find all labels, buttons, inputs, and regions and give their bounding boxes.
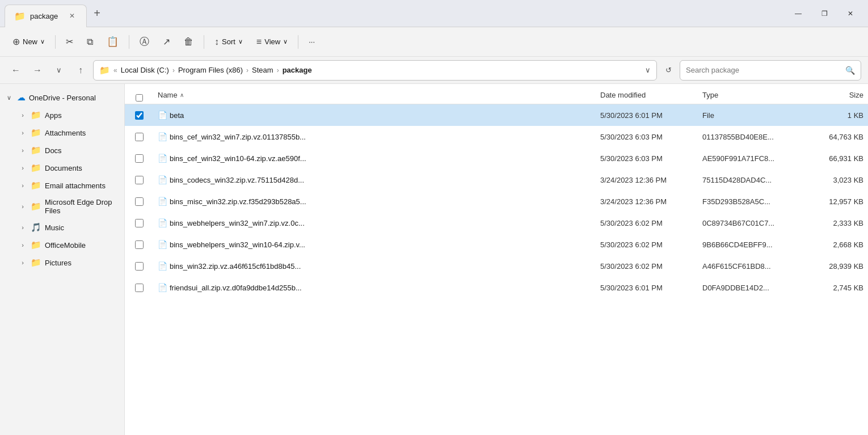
file-type-7: A46F615CF61BD8... <box>698 260 800 273</box>
share-icon: ↗ <box>163 36 170 47</box>
address-bar[interactable]: 📁 « Local Disk (C:) › Program Files (x86… <box>93 60 657 81</box>
email-attachments-label: Email attachments <box>45 181 115 190</box>
row-checkbox-cell-7[interactable] <box>125 262 153 271</box>
copy-button[interactable]: ⧉ <box>81 31 99 53</box>
sidebar-item-officemobile[interactable]: › 📁 OfficeMobile <box>2 236 122 254</box>
sidebar-item-apps[interactable]: › 📁 Apps <box>2 107 122 124</box>
tab-folder-icon: 📁 <box>14 11 26 22</box>
row-checkbox-cell-3[interactable] <box>125 176 153 184</box>
sort-button[interactable]: ↕ Sort ∨ <box>209 31 248 53</box>
sidebar-item-msedge[interactable]: › 📁 Microsoft Edge Drop Files <box>2 195 122 218</box>
sidebar-item-documents[interactable]: › 📁 Documents <box>2 159 122 176</box>
new-icon: ⊕ <box>12 36 20 47</box>
address-dropdown-button[interactable]: ∨ <box>645 66 651 74</box>
path-separator-0: « <box>113 66 117 74</box>
column-size-header[interactable]: Size <box>800 88 868 102</box>
sidebar-item-email-attachments[interactable]: › 📁 Email attachments <box>2 177 122 194</box>
new-tab-button[interactable]: + <box>89 5 105 22</box>
column-name-header[interactable]: Name ∧ <box>153 88 596 102</box>
new-button[interactable]: ⊕ New ∨ <box>7 31 50 53</box>
file-type-6: 9B6B66CD4EBFF9... <box>698 238 800 251</box>
header-checkbox-cell[interactable] <box>125 94 153 102</box>
rename-button[interactable]: Ⓐ <box>134 31 155 53</box>
row-checkbox-6[interactable] <box>135 240 144 249</box>
path-part-1[interactable]: Local Disk (C:) <box>121 66 169 74</box>
officemobile-folder-icon: 📁 <box>31 240 41 250</box>
table-row[interactable]: 📄 bins_webhelpers_win32_win10-64.zip.v..… <box>125 234 868 255</box>
view-button[interactable]: ≡ View ∨ <box>251 31 293 53</box>
table-row[interactable]: 📄 friendsui_all.zip.vz.d0fa9ddbe14d255b.… <box>125 277 868 298</box>
path-part-2[interactable]: Program Files (x86) <box>178 66 243 74</box>
row-checkbox-2[interactable] <box>135 154 144 163</box>
sidebar-item-onedrive[interactable]: ∨ ☁ OneDrive - Personal <box>2 89 122 106</box>
more-options-button[interactable]: ··· <box>303 31 321 53</box>
file-date-7: 5/30/2023 6:02 PM <box>596 260 698 273</box>
column-date-header[interactable]: Date modified <box>596 88 698 102</box>
up-button[interactable]: ↑ <box>71 61 90 79</box>
path-sep-3: › <box>277 66 279 74</box>
delete-icon: 🗑 <box>184 36 193 48</box>
pictures-expand-icon: › <box>18 258 27 267</box>
file-icon-1: 📄 <box>158 132 167 141</box>
row-checkbox-3[interactable] <box>135 176 144 184</box>
table-row[interactable]: 📄 bins_cef_win32_win10-64.zip.vz.ae590f.… <box>125 147 868 169</box>
share-button[interactable]: ↗ <box>157 31 176 53</box>
file-size-8: 2,745 KB <box>800 281 868 294</box>
table-row[interactable]: 📄 bins_cef_win32_win7.zip.vz.01137855b..… <box>125 126 868 147</box>
paste-button[interactable]: 📋 <box>101 31 124 53</box>
documents-label: Documents <box>45 164 115 172</box>
row-checkbox-cell-6[interactable] <box>125 240 153 249</box>
docs-expand-icon: › <box>18 146 27 155</box>
forward-button[interactable]: → <box>28 61 47 79</box>
active-tab[interactable]: 📁 package ✕ <box>5 5 87 27</box>
documents-folder-icon: 📁 <box>31 163 41 173</box>
maximize-button[interactable]: ❐ <box>811 5 837 23</box>
table-row[interactable]: 📄 bins_codecs_win32.zip.vz.75115d428d...… <box>125 169 868 191</box>
row-checkbox-5[interactable] <box>135 219 144 227</box>
officemobile-label: OfficeMobile <box>45 241 115 250</box>
path-part-3[interactable]: Steam <box>252 66 273 74</box>
file-size-2: 66,931 KB <box>800 152 868 165</box>
row-checkbox-cell-8[interactable] <box>125 284 153 292</box>
refresh-button[interactable]: ↺ <box>660 62 676 78</box>
table-row[interactable]: 📄 bins_webhelpers_win32_win7.zip.vz.0c..… <box>125 212 868 234</box>
table-row[interactable]: 📄 bins_win32.zip.vz.a46f615cf61bd8b45...… <box>125 255 868 277</box>
row-checkbox-4[interactable] <box>135 197 144 206</box>
row-checkbox-cell-0[interactable] <box>125 111 153 120</box>
cut-button[interactable]: ✂ <box>60 31 79 53</box>
back-button[interactable]: ← <box>7 61 25 79</box>
search-box[interactable]: 🔍 <box>680 60 861 81</box>
delete-button[interactable]: 🗑 <box>178 31 199 53</box>
row-checkbox-8[interactable] <box>135 284 144 292</box>
file-size-1: 64,763 KB <box>800 130 868 143</box>
file-date-6: 5/30/2023 6:02 PM <box>596 238 698 251</box>
row-checkbox-cell-4[interactable] <box>125 197 153 206</box>
sidebar-item-docs[interactable]: › 📁 Docs <box>2 142 122 159</box>
file-icon-2: 📄 <box>158 154 167 163</box>
path-sep-2: › <box>246 66 248 74</box>
close-button[interactable]: ✕ <box>837 5 863 23</box>
table-row[interactable]: 📄 bins_misc_win32.zip.vz.f35d293b528a5..… <box>125 191 868 212</box>
table-row[interactable]: 📄 beta 5/30/2023 6:01 PM File 1 KB <box>125 104 868 126</box>
column-type-header[interactable]: Type <box>698 88 800 102</box>
sidebar-item-music[interactable]: › 🎵 Music <box>2 219 122 236</box>
tab-close-button[interactable]: ✕ <box>67 11 77 21</box>
row-checkbox-cell-5[interactable] <box>125 219 153 227</box>
row-checkbox-1[interactable] <box>135 133 144 141</box>
column-date-label: Date modified <box>600 91 646 99</box>
row-checkbox-0[interactable] <box>135 111 144 120</box>
recent-locations-button[interactable]: ∨ <box>50 61 68 79</box>
row-checkbox-cell-2[interactable] <box>125 154 153 163</box>
sidebar-item-attachments[interactable]: › 📁 Attachments <box>2 124 122 141</box>
toolbar: ⊕ New ∨ ✂ ⧉ 📋 Ⓐ ↗ 🗑 ↕ Sort ∨ ≡ View ∨ ··… <box>0 27 868 57</box>
sidebar-item-pictures[interactable]: › 📁 Pictures <box>2 254 122 271</box>
path-part-4[interactable]: package <box>283 66 312 74</box>
minimize-button[interactable]: — <box>785 5 811 23</box>
music-label: Music <box>45 223 115 232</box>
search-input[interactable] <box>686 66 842 74</box>
row-checkbox-cell-1[interactable] <box>125 133 153 141</box>
sort-chevron-icon: ∨ <box>238 38 243 45</box>
file-icon-4: 📄 <box>158 197 167 206</box>
select-all-checkbox[interactable] <box>136 94 143 102</box>
row-checkbox-7[interactable] <box>135 262 144 271</box>
